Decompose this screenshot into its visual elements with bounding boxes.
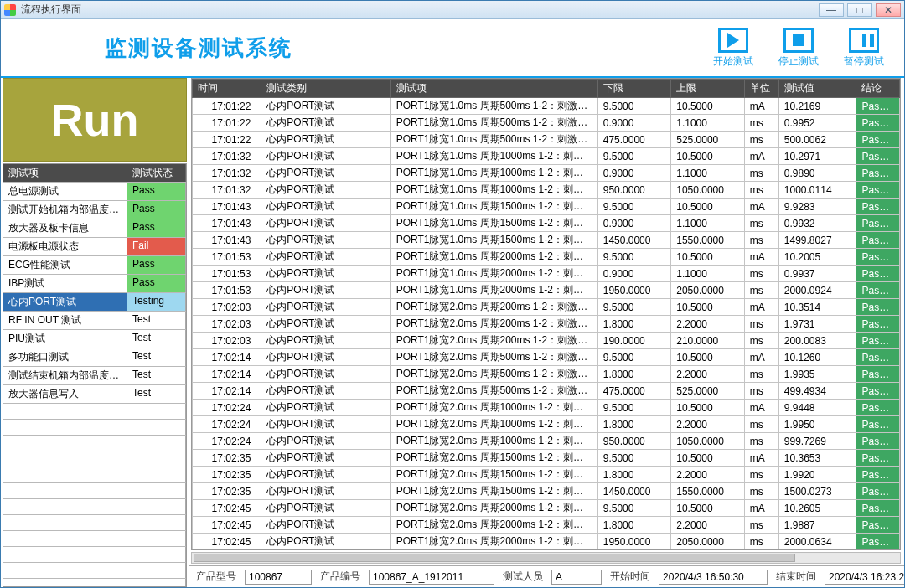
result-row[interactable]: 17:02:03心内PORT测试PORT1脉宽2.0ms 周期200ms 1-2… <box>193 299 900 316</box>
cell-low: 9.5000 <box>597 98 670 115</box>
result-row[interactable]: 17:01:43心内PORT测试PORT1脉宽1.0ms 周期1500ms 1-… <box>193 232 900 249</box>
test-plan-row[interactable]: PIU测试Test <box>3 330 186 348</box>
test-plan-row[interactable]: IBP测试Pass <box>3 275 186 293</box>
test-plan-row[interactable]: ECG性能测试Pass <box>3 256 186 275</box>
sidebar: Run 测试项 测试状态 总电源测试Pass测试开始机箱内部温度信息Pass放大… <box>1 78 189 587</box>
result-row[interactable]: 17:02:14心内PORT测试PORT1脉宽2.0ms 周期500ms 1-2… <box>193 349 900 366</box>
result-row[interactable]: 17:02:24心内PORT测试PORT1脉宽2.0ms 周期1000ms 1-… <box>193 433 900 450</box>
result-header-row: 时间 测试类别 测试项 下限 上限 单位 测试值 结论 <box>193 80 900 98</box>
col-time[interactable]: 时间 <box>193 80 261 98</box>
test-plan-row[interactable]: 测试结束机箱内部温度信息Test <box>3 367 186 385</box>
cell-unit: ms <box>744 316 778 333</box>
result-row[interactable]: 17:02:03心内PORT测试PORT1脉宽2.0ms 周期200ms 1-2… <box>193 333 900 349</box>
input-end-time[interactable] <box>825 570 904 585</box>
result-row[interactable]: 17:02:56心内PORT测试Port1刺激CH2 2-3：刺激幅度9.500… <box>193 550 900 551</box>
scrollbar-thumb[interactable] <box>194 554 795 562</box>
maximize-button[interactable]: □ <box>847 3 872 17</box>
cell-val: 1000.0114 <box>778 182 856 199</box>
stop-test-button[interactable]: 停止测试 <box>778 28 819 69</box>
test-plan-row-empty <box>3 451 186 467</box>
input-person[interactable] <box>551 570 602 585</box>
input-start-time[interactable] <box>659 570 768 585</box>
test-plan-row[interactable]: 放大器信息写入Test <box>3 385 186 404</box>
result-row[interactable]: 17:02:03心内PORT测试PORT1脉宽2.0ms 周期200ms 1-2… <box>193 316 900 333</box>
test-plan-row[interactable]: 电源板电源状态Fail <box>3 238 186 256</box>
cell-type: 心内PORT测试 <box>261 416 390 433</box>
result-row[interactable]: 17:01:53心内PORT测试PORT1脉宽1.0ms 周期2000ms 1-… <box>193 282 900 299</box>
result-row[interactable]: 17:01:32心内PORT测试PORT1脉宽1.0ms 周期1000ms 1-… <box>193 182 900 199</box>
result-row[interactable]: 17:02:45心内PORT测试PORT1脉宽2.0ms 周期2000ms 1-… <box>193 517 900 534</box>
close-button[interactable]: ✕ <box>876 3 901 17</box>
start-test-button[interactable]: 开始测试 <box>713 28 753 69</box>
cell-result: Passed <box>856 534 900 550</box>
test-plan-row[interactable]: 多功能口测试Test <box>3 348 186 367</box>
test-plan-row[interactable]: 放大器及板卡信息Pass <box>3 219 186 238</box>
result-table-wrap[interactable]: 时间 测试类别 测试项 下限 上限 单位 测试值 结论 17:01:22心内PO… <box>191 78 901 550</box>
test-plan-row-empty <box>3 467 186 483</box>
result-row[interactable]: 17:01:43心内PORT测试PORT1脉宽1.0ms 周期1500ms 1-… <box>193 215 900 232</box>
cell-item: PORT1脉宽1.0ms 周期500ms 1-2：刺激脉宽 <box>390 115 597 132</box>
cell-val: 10.1260 <box>778 349 856 366</box>
titlebar[interactable]: 流程执行界面 — □ ✕ <box>1 1 904 19</box>
result-row[interactable]: 17:01:53心内PORT测试PORT1脉宽1.0ms 周期2000ms 1-… <box>193 266 900 282</box>
col-val[interactable]: 测试值 <box>778 80 856 98</box>
result-row[interactable]: 17:02:14心内PORT测试PORT1脉宽2.0ms 周期500ms 1-2… <box>193 366 900 383</box>
cell-type: 心内PORT测试 <box>261 467 390 483</box>
result-row[interactable]: 17:01:22心内PORT测试PORT1脉宽1.0ms 周期500ms 1-2… <box>193 115 900 132</box>
result-row[interactable]: 17:01:22心内PORT测试PORT1脉宽1.0ms 周期500ms 1-2… <box>193 98 900 115</box>
cell-item: PORT1脉宽1.0ms 周期1000ms 1-2：刺激幅度 <box>390 148 597 165</box>
cell-time: 17:02:14 <box>193 366 261 383</box>
result-row[interactable]: 17:02:14心内PORT测试PORT1脉宽2.0ms 周期500ms 1-2… <box>193 383 900 400</box>
cell-result: Passed <box>856 500 900 517</box>
test-plan-row-empty <box>3 420 186 436</box>
result-row[interactable]: 17:02:24心内PORT测试PORT1脉宽2.0ms 周期1000ms 1-… <box>193 400 900 416</box>
cell-unit: ms <box>744 182 778 199</box>
col-type[interactable]: 测试类别 <box>261 80 390 98</box>
cell-time: 17:01:32 <box>193 182 261 199</box>
result-row[interactable]: 17:02:35心内PORT测试PORT1脉宽2.0ms 周期1500ms 1-… <box>193 483 900 500</box>
result-row[interactable]: 17:01:32心内PORT测试PORT1脉宽1.0ms 周期1000ms 1-… <box>193 165 900 182</box>
cell-val: 10.3514 <box>778 299 856 316</box>
stop-icon <box>783 28 814 53</box>
col-up[interactable]: 上限 <box>671 80 744 98</box>
cell-item: PORT1脉宽2.0ms 周期500ms 1-2：刺激周期 <box>390 383 597 400</box>
test-plan-name: 总电源测试 <box>3 183 127 200</box>
cell-result: Passed <box>856 249 900 266</box>
col-item[interactable]: 测试项 <box>390 80 597 98</box>
input-sn[interactable] <box>369 570 494 585</box>
result-row[interactable]: 17:01:53心内PORT测试PORT1脉宽1.0ms 周期2000ms 1-… <box>193 249 900 266</box>
cell-unit: mA <box>744 500 778 517</box>
result-row[interactable]: 17:02:35心内PORT测试PORT1脉宽2.0ms 周期1500ms 1-… <box>193 467 900 483</box>
result-row[interactable]: 17:02:45心内PORT测试PORT1脉宽2.0ms 周期2000ms 1-… <box>193 500 900 517</box>
cell-result: Passed <box>856 199 900 215</box>
cell-unit: ms <box>744 115 778 132</box>
cell-low: 9.5000 <box>597 148 670 165</box>
input-model[interactable] <box>245 570 312 585</box>
result-row[interactable]: 17:02:45心内PORT测试PORT1脉宽2.0ms 周期2000ms 1-… <box>193 534 900 550</box>
pause-test-button[interactable]: 暂停测试 <box>844 28 884 69</box>
col-res[interactable]: 结论 <box>856 80 900 98</box>
result-row[interactable]: 17:01:32心内PORT测试PORT1脉宽1.0ms 周期1000ms 1-… <box>193 148 900 165</box>
col-low[interactable]: 下限 <box>597 80 670 98</box>
result-row[interactable]: 17:02:35心内PORT测试PORT1脉宽2.0ms 周期1500ms 1-… <box>193 450 900 467</box>
cell-item: PORT1脉宽2.0ms 周期200ms 1-2：刺激脉宽 <box>390 316 597 333</box>
cell-type: 心内PORT测试 <box>261 400 390 416</box>
cell-item: PORT1脉宽1.0ms 周期1000ms 1-2：刺激周期 <box>390 182 597 199</box>
cell-val: 2000.0634 <box>778 534 856 550</box>
test-plan-row[interactable]: 测试开始机箱内部温度信息Pass <box>3 201 186 219</box>
col-unit[interactable]: 单位 <box>744 80 778 98</box>
horizontal-scrollbar[interactable] <box>191 552 901 564</box>
test-plan-row[interactable]: 心内PORT测试Testing <box>3 293 186 312</box>
cell-result: Passed <box>856 165 900 182</box>
result-row[interactable]: 17:01:22心内PORT测试PORT1脉宽1.0ms 周期500ms 1-2… <box>193 132 900 148</box>
result-row[interactable]: 17:02:24心内PORT测试PORT1脉宽2.0ms 周期1000ms 1-… <box>193 416 900 433</box>
test-plan-row[interactable]: RF IN OUT 测试Test <box>3 312 186 330</box>
cell-item: PORT1脉宽2.0ms 周期1500ms 1-2：刺激幅度 <box>390 450 597 467</box>
minimize-button[interactable]: — <box>819 3 844 17</box>
run-status-badge: Run <box>3 78 187 162</box>
cell-result: Passed <box>856 266 900 282</box>
result-row[interactable]: 17:01:43心内PORT测试PORT1脉宽1.0ms 周期1500ms 1-… <box>193 199 900 215</box>
test-plan-row[interactable]: 总电源测试Pass <box>3 183 186 201</box>
cell-type: 心内PORT测试 <box>261 282 390 299</box>
test-plan-table[interactable]: 测试项 测试状态 总电源测试Pass测试开始机箱内部温度信息Pass放大器及板卡… <box>3 163 187 587</box>
